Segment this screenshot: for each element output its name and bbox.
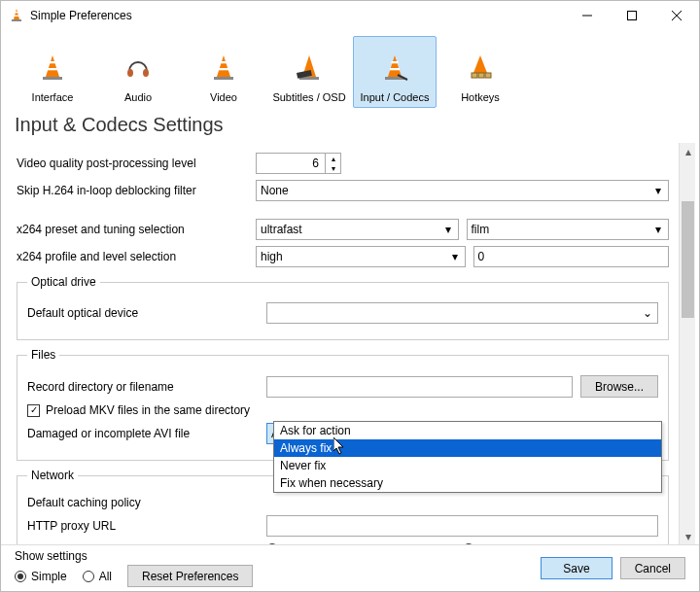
- cone-icon: [33, 49, 72, 87]
- vlc-cone-icon: [9, 8, 24, 23]
- close-button[interactable]: [654, 1, 699, 30]
- category-tabs: Interface Audio Video Subtitles / OSD In…: [1, 30, 699, 110]
- optical-group: Optical drive Default optical device ⌄: [17, 275, 669, 340]
- cone-plug-icon: [375, 49, 414, 87]
- svg-rect-3: [15, 16, 19, 17]
- save-button[interactable]: Save: [541, 557, 612, 579]
- post-processing-spinner[interactable]: 6 ▴▾: [256, 153, 341, 174]
- x264-profile-label: x264 profile and level selection: [17, 250, 256, 263]
- x264-preset-combo[interactable]: ultrafast▾: [256, 219, 459, 240]
- tab-label: Hotkeys: [461, 91, 500, 103]
- avi-label: Damaged or incomplete AVI file: [27, 427, 266, 440]
- x264-preset-label: x264 preset and tuning selection: [17, 223, 256, 236]
- svg-rect-9: [43, 77, 62, 80]
- default-optical-label: Default optical device: [27, 306, 266, 320]
- svg-rect-23: [392, 61, 399, 63]
- record-dir-input[interactable]: [266, 376, 573, 398]
- chevron-down-icon: ▾: [650, 181, 666, 200]
- record-dir-label: Record directory or filename: [27, 380, 266, 394]
- checkbox-icon: [27, 404, 40, 417]
- tab-label: Interface: [32, 91, 74, 103]
- preload-mkv-checkbox[interactable]: Preload MKV files in the same directory: [27, 403, 250, 417]
- tab-subtitles[interactable]: Subtitles / OSD: [267, 36, 351, 108]
- show-simple-radio[interactable]: Simple: [15, 570, 67, 583]
- files-legend: Files: [27, 348, 59, 362]
- chevron-down-icon: ▾: [447, 247, 463, 266]
- tab-label: Input / Codecs: [361, 91, 430, 103]
- show-settings-label: Show settings: [15, 549, 253, 563]
- svg-rect-16: [221, 61, 228, 63]
- post-processing-label: Video quality post-processing level: [17, 157, 256, 170]
- tab-hotkeys[interactable]: Hotkeys: [438, 36, 522, 108]
- cone-keys-icon: [461, 49, 500, 87]
- vertical-scrollbar[interactable]: ▴ ▾: [679, 143, 695, 544]
- spin-down-icon[interactable]: ▾: [326, 163, 340, 173]
- tab-label: Audio: [124, 91, 152, 103]
- svg-rect-28: [485, 73, 491, 78]
- reset-button[interactable]: Reset Preferences: [127, 565, 253, 587]
- maximize-button[interactable]: [610, 1, 654, 30]
- svg-rect-17: [219, 68, 228, 70]
- proxy-input[interactable]: [266, 515, 658, 537]
- svg-rect-15: [214, 77, 233, 80]
- proxy-label: HTTP proxy URL: [27, 519, 266, 533]
- headphones-icon: [119, 49, 158, 87]
- svg-rect-2: [15, 12, 18, 13]
- svg-rect-11: [48, 68, 57, 70]
- show-settings-group: Show settings Simple All Reset Preferenc…: [15, 549, 253, 587]
- tab-label: Video: [210, 91, 237, 103]
- cancel-button[interactable]: Cancel: [620, 557, 685, 579]
- x264-level-input[interactable]: [473, 246, 670, 267]
- scroll-up-icon[interactable]: ▴: [680, 143, 696, 159]
- avi-option-never[interactable]: Never fix: [274, 457, 661, 474]
- scroll-thumb[interactable]: [682, 201, 694, 318]
- tab-interface[interactable]: Interface: [11, 36, 94, 108]
- titlebar: Simple Preferences: [1, 1, 699, 30]
- tab-video[interactable]: Video: [182, 36, 265, 108]
- spin-up-icon[interactable]: ▴: [326, 154, 340, 163]
- minimize-button[interactable]: [565, 1, 610, 30]
- network-legend: Network: [27, 469, 78, 482]
- bottom-bar: Show settings Simple All Reset Preferenc…: [1, 544, 699, 591]
- skip-h264-label: Skip H.264 in-loop deblocking filter: [17, 184, 256, 197]
- chevron-down-icon: ▾: [650, 220, 666, 239]
- svg-point-12: [127, 69, 133, 77]
- svg-rect-5: [628, 12, 637, 20]
- svg-marker-21: [388, 55, 402, 77]
- tab-input-codecs[interactable]: Input / Codecs: [353, 36, 437, 108]
- svg-marker-0: [14, 9, 19, 19]
- skip-h264-combo[interactable]: None ▾: [256, 180, 669, 201]
- avi-option-when-necessary[interactable]: Fix when necessary: [274, 474, 661, 492]
- default-optical-combo[interactable]: ⌄: [266, 302, 658, 324]
- svg-rect-10: [50, 61, 56, 63]
- svg-marker-14: [217, 55, 230, 77]
- chevron-down-icon: ▾: [440, 220, 456, 239]
- optical-legend: Optical drive: [27, 275, 100, 289]
- svg-rect-27: [478, 73, 484, 78]
- svg-point-13: [143, 69, 149, 77]
- browse-button[interactable]: Browse...: [580, 375, 658, 398]
- tab-label: Subtitles / OSD: [272, 91, 345, 103]
- radio-icon: [15, 571, 26, 582]
- svg-marker-25: [473, 55, 487, 73]
- avi-option-always[interactable]: Always fix: [274, 439, 661, 457]
- clapper-cone-icon: [290, 49, 329, 87]
- cone-icon: [204, 49, 243, 87]
- x264-tune-combo[interactable]: film▾: [467, 219, 670, 240]
- x264-profile-combo[interactable]: high▾: [256, 246, 466, 267]
- svg-marker-8: [46, 55, 59, 77]
- avi-option-ask[interactable]: Ask for action: [274, 422, 661, 439]
- show-all-radio[interactable]: All: [83, 570, 112, 583]
- scroll-down-icon[interactable]: ▾: [680, 528, 696, 544]
- svg-rect-1: [12, 19, 21, 21]
- window-title: Simple Preferences: [30, 9, 132, 22]
- svg-rect-26: [472, 73, 477, 78]
- svg-rect-24: [390, 68, 400, 70]
- caching-label: Default caching policy: [27, 496, 266, 509]
- page-title: Input & Codecs Settings: [1, 110, 699, 142]
- chevron-down-icon: ⌄: [640, 303, 655, 323]
- radio-icon: [83, 571, 94, 582]
- tab-audio[interactable]: Audio: [96, 36, 180, 108]
- avi-dropdown-list[interactable]: Ask for action Always fix Never fix Fix …: [273, 421, 662, 493]
